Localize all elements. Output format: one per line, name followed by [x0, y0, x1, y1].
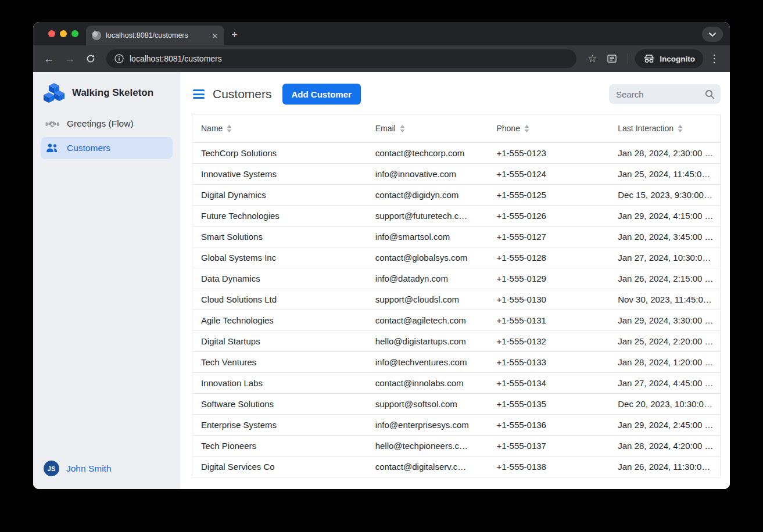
table-row[interactable]: Smart Solutionsinfo@smartsol.com+1-555-0…	[192, 226, 720, 247]
table-row[interactable]: Future Technologiessupport@futuretech.c……	[192, 205, 720, 226]
cell-name: Tech Ventures	[192, 357, 367, 367]
cell-email: info@enterprisesys.com	[367, 420, 488, 430]
bookmark-star-button[interactable]: ☆	[583, 50, 601, 67]
sort-icon[interactable]	[678, 125, 683, 132]
sort-icon[interactable]	[524, 125, 529, 132]
add-customer-button[interactable]: Add Customer	[282, 84, 361, 105]
cell-email: hello@digistartups.com	[367, 336, 488, 346]
cell-phone: +1-555-0127	[488, 232, 609, 242]
reload-icon	[86, 54, 95, 63]
maximize-window-button[interactable]	[71, 30, 78, 37]
toolbar-divider	[628, 53, 628, 64]
search-input[interactable]	[616, 89, 705, 99]
table-row[interactable]: Digital Dynamicscontact@digidyn.com+1-55…	[192, 184, 720, 205]
cell-email: info@innovative.com	[367, 169, 488, 179]
address-bar[interactable]: localhost:8081/customers	[106, 49, 576, 68]
cell-email: contact@digitalserv.c…	[367, 462, 488, 472]
sidebar-item-label: Customers	[67, 143, 110, 153]
table-row[interactable]: Digital Services Cocontact@digitalserv.c…	[192, 456, 720, 477]
sort-icon[interactable]	[227, 125, 232, 132]
cell-name: Data Dynamics	[192, 274, 367, 283]
site-info-icon[interactable]	[114, 54, 124, 63]
cell-last-interaction: Jan 27, 2024, 4:45:00 …	[609, 378, 720, 388]
reload-button[interactable]	[82, 50, 99, 67]
cell-phone: +1-555-0129	[488, 274, 609, 283]
cell-last-interaction: Jan 29, 2024, 2:45:00 …	[609, 420, 720, 430]
cell-last-interaction: Jan 28, 2024, 1:20:00 …	[609, 357, 720, 367]
table-row[interactable]: Enterprise Systemsinfo@enterprisesys.com…	[192, 414, 720, 435]
cell-phone: +1-555-0138	[488, 462, 609, 472]
window-controls[interactable]	[48, 30, 78, 37]
cell-last-interaction: Jan 28, 2024, 4:20:00 …	[609, 441, 720, 451]
tab-strip: localhost:8081/customers × +	[33, 22, 730, 45]
column-header-name[interactable]: Name	[192, 124, 367, 133]
reading-list-button[interactable]	[603, 50, 621, 67]
close-window-button[interactable]	[48, 30, 55, 37]
tab-favicon-icon	[92, 31, 101, 40]
table-row[interactable]: Innovative Systemsinfo@innovative.com+1-…	[192, 163, 720, 184]
cell-phone: +1-555-0126	[488, 211, 609, 221]
column-header-last-interaction[interactable]: Last Interaction	[609, 124, 720, 133]
cell-name: Digital Dynamics	[192, 190, 367, 200]
app-brand: Walking Skeleton	[33, 72, 180, 112]
column-header-phone[interactable]: Phone	[488, 124, 609, 133]
table-row[interactable]: Digital Startupshello@digistartups.com+1…	[192, 330, 720, 351]
browser-tab[interactable]: localhost:8081/customers ×	[86, 26, 224, 45]
cell-last-interaction: Dec 15, 2023, 9:30:00…	[609, 190, 720, 200]
cell-phone: +1-555-0132	[488, 336, 609, 346]
sidebar-item-label: Greetings (Flow)	[67, 118, 134, 129]
cell-email: contact@globalsys.com	[367, 253, 488, 263]
cell-email: support@futuretech.c…	[367, 211, 488, 221]
app-title: Walking Skeleton	[72, 87, 153, 99]
browser-window: localhost:8081/customers × + ← → localho…	[33, 22, 730, 489]
tab-title: localhost:8081/customers	[106, 31, 206, 39]
avatar: JS	[44, 461, 59, 476]
search-box[interactable]	[609, 84, 721, 104]
search-icon	[705, 89, 715, 99]
new-tab-button[interactable]: +	[231, 28, 238, 41]
cell-last-interaction: Jan 29, 2024, 3:30:00 …	[609, 315, 720, 325]
menu-toggle-button[interactable]	[193, 89, 205, 99]
table-row[interactable]: Tech Venturesinfo@techventures.com+1-555…	[192, 351, 720, 372]
table-row[interactable]: TechCorp Solutionscontact@techcorp.com+1…	[192, 142, 720, 163]
cell-phone: +1-555-0133	[488, 357, 609, 367]
cell-last-interaction: Jan 27, 2024, 10:30:0…	[609, 253, 720, 263]
cell-name: Cloud Solutions Ltd	[192, 294, 367, 304]
handshake-icon	[45, 120, 59, 128]
table-body: TechCorp Solutionscontact@techcorp.com+1…	[192, 142, 720, 477]
table-row[interactable]: Cloud Solutions Ltdsupport@cloudsl.com+1…	[192, 289, 720, 310]
back-button[interactable]: ←	[40, 50, 58, 67]
sidebar-item-greetings[interactable]: Greetings (Flow)	[41, 113, 173, 135]
column-header-email[interactable]: Email	[367, 124, 488, 133]
sidebar-item-customers[interactable]: Customers	[41, 137, 173, 159]
cell-phone: +1-555-0124	[488, 169, 609, 179]
cell-phone: +1-555-0123	[488, 148, 609, 158]
cell-phone: +1-555-0137	[488, 441, 609, 451]
table-header-row: Name Email Phone Last Interaction	[192, 114, 720, 142]
page-title: Customers	[213, 87, 272, 101]
sort-icon[interactable]	[400, 125, 405, 132]
table-row[interactable]: Data Dynamicsinfo@datadyn.com+1-555-0129…	[192, 268, 720, 289]
forward-button[interactable]: →	[61, 50, 78, 67]
cell-name: Enterprise Systems	[192, 420, 367, 430]
page-header: Customers Add Customer	[180, 72, 730, 114]
cell-name: Global Systems Inc	[192, 253, 367, 263]
people-icon	[45, 143, 59, 153]
cell-last-interaction: Jan 28, 2024, 2:30:00 …	[609, 148, 720, 158]
browser-menu-button[interactable]: ⋮	[705, 50, 723, 67]
tab-search-chevron-button[interactable]	[702, 27, 723, 42]
cell-phone: +1-555-0136	[488, 420, 609, 430]
cell-name: Innovation Labs	[192, 378, 367, 388]
table-row[interactable]: Innovation Labscontact@innolabs.com+1-55…	[192, 372, 720, 393]
cell-name: Software Solutions	[192, 399, 367, 409]
minimize-window-button[interactable]	[60, 30, 67, 37]
browser-toolbar: ← → localhost:8081/customers ☆	[33, 45, 730, 72]
table-row[interactable]: Tech Pioneershello@techpioneers.c…+1-555…	[192, 435, 720, 456]
tab-close-icon[interactable]: ×	[211, 31, 218, 41]
user-profile[interactable]: JS John Smith	[33, 451, 180, 489]
cell-last-interaction: Jan 26, 2024, 11:30:0…	[609, 462, 720, 472]
table-row[interactable]: Global Systems Inccontact@globalsys.com+…	[192, 247, 720, 268]
table-row[interactable]: Agile Technologiescontact@agiletech.com+…	[192, 310, 720, 330]
cell-name: Tech Pioneers	[192, 441, 367, 451]
table-row[interactable]: Software Solutionssupport@softsol.com+1-…	[192, 393, 720, 414]
